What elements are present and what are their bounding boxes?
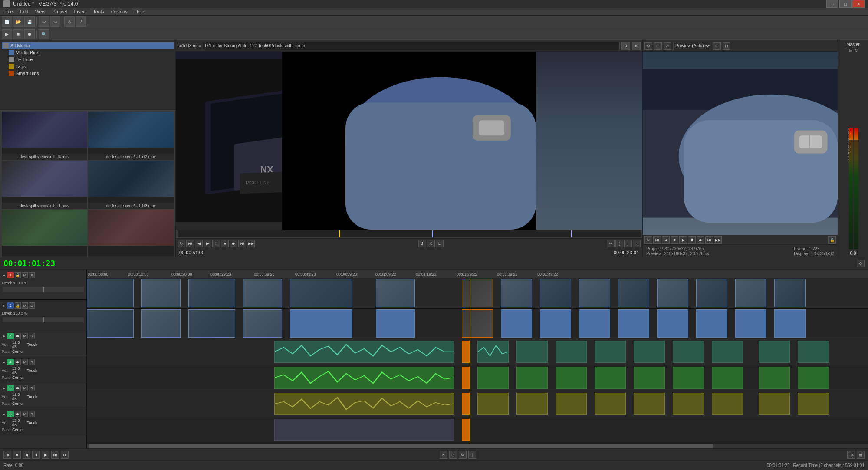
expand-icon-4[interactable]: ▶ [2, 360, 6, 364]
tl-clip-a3-4[interactable] [556, 341, 587, 363]
track2-fader[interactable] [3, 317, 84, 322]
right-lock-btn[interactable]: 🔒 [828, 236, 836, 244]
tl-clip-v2-9[interactable] [579, 309, 610, 338]
maximize-button[interactable]: □ [839, 0, 852, 8]
tl-clip-v2-14[interactable] [774, 309, 806, 338]
tl-clip-v1-playhead[interactable] [462, 279, 493, 307]
preview-path-input[interactable] [203, 42, 620, 50]
tl-clip-a4-2[interactable] [477, 367, 509, 389]
right-next-btn[interactable]: ⏭ [697, 236, 704, 244]
pause-btn[interactable]: ⏸ [212, 240, 220, 247]
right-stop-btn[interactable]: ■ [671, 236, 678, 244]
tl-clip-v1-11[interactable] [657, 279, 688, 307]
save-button[interactable]: 💾 [24, 16, 35, 27]
tl-clip-v2-12[interactable] [696, 309, 727, 338]
media-thumb-4[interactable]: desk spill scene/sc1d t3.mov [88, 161, 174, 209]
tl-clip-a4-1[interactable] [274, 367, 454, 389]
stop-button-toolbar[interactable]: ■ [13, 29, 23, 39]
track3-mute[interactable]: M [22, 333, 28, 339]
tree-tags[interactable]: Tags [2, 63, 174, 70]
help-button[interactable]: ? [76, 16, 86, 27]
tl-mark-btn[interactable]: | [468, 451, 476, 459]
jkl-j-btn[interactable]: J [418, 240, 426, 247]
timeline-scrollbar[interactable] [87, 443, 868, 448]
tl-loop-btn[interactable]: ↻ [459, 451, 467, 459]
new-button[interactable]: 📄 [2, 16, 12, 27]
track2-lock[interactable]: 🔒 [15, 302, 21, 309]
right-snap-btn[interactable]: ⊡ [654, 42, 662, 50]
menu-file[interactable]: File [2, 8, 16, 15]
tl-clip-v1-9[interactable] [579, 279, 610, 307]
tl-end-btn[interactable]: ⏭ [61, 451, 69, 459]
track3-touch[interactable]: Touch [27, 342, 37, 347]
right-end-btn[interactable]: ⏭ [705, 236, 713, 244]
tl-clip-a4-10[interactable] [798, 367, 829, 389]
track4-mute[interactable]: M [22, 359, 28, 365]
tl-play-back-btn[interactable]: ◀ [23, 451, 30, 459]
tl-clip-v1-4[interactable] [243, 279, 282, 307]
tl-clip-a5-4[interactable] [556, 393, 587, 415]
expand-icon-5[interactable]: ▶ [2, 386, 6, 390]
tl-clip-v2-1[interactable] [87, 309, 134, 338]
loop-btn[interactable]: ↻ [178, 240, 185, 247]
track6-mute[interactable]: M [22, 411, 28, 417]
expand-icon-6[interactable]: ▶ [2, 412, 6, 416]
tl-clip-v1-1[interactable] [87, 279, 134, 307]
preview-timebar[interactable] [178, 230, 641, 237]
expand-icon-2[interactable]: ▶ [2, 303, 6, 308]
open-button[interactable]: 📂 [13, 16, 23, 27]
redo-button[interactable]: ↪ [50, 16, 60, 27]
track4-touch[interactable]: Touch [27, 368, 37, 373]
track4-rec[interactable]: ⏺ [15, 359, 21, 365]
tl-clip-a3-7[interactable] [673, 341, 704, 363]
tl-clip-a5-10[interactable] [798, 393, 829, 415]
menu-options[interactable]: Options [108, 8, 131, 15]
tl-clip-v1-12[interactable] [696, 279, 727, 307]
tree-all-media[interactable]: All Media [2, 42, 174, 49]
track5-mute[interactable]: M [22, 385, 28, 391]
track1-lock[interactable]: 🔒 [15, 272, 21, 278]
track6-rec[interactable]: ⏺ [15, 411, 21, 417]
right-preview-btn3[interactable]: ⊟ [723, 42, 730, 50]
tl-clip-v1-10[interactable] [618, 279, 649, 307]
tree-by-type[interactable]: By Type [2, 56, 174, 63]
right-play-back-btn[interactable]: ◀ [662, 236, 670, 244]
track6-solo[interactable]: S [29, 411, 35, 417]
tree-media-bins[interactable]: Media Bins [2, 49, 174, 56]
track5-solo[interactable]: S [29, 385, 35, 391]
preview-close-btn[interactable]: ✕ [632, 42, 641, 50]
tl-mix-btn[interactable]: ⊞ [857, 451, 865, 459]
tl-clip-v1-14[interactable] [774, 279, 806, 307]
menu-edit[interactable]: Edit [16, 8, 32, 15]
tl-clip-a3-2[interactable] [477, 341, 509, 363]
tl-clip-a6-marker[interactable] [462, 419, 470, 441]
tl-snap-btn2[interactable]: ⊡ [449, 451, 457, 459]
tl-edit-btn[interactable]: ✂ [440, 451, 447, 459]
tl-clip-a4-marker[interactable] [462, 367, 470, 389]
tl-clip-a6-1[interactable] [274, 419, 454, 441]
close-button[interactable]: ✕ [852, 0, 865, 8]
stop-btn[interactable]: ■ [221, 240, 229, 247]
tl-clip-a5-8[interactable] [712, 393, 743, 415]
tl-clip-a5-2[interactable] [477, 393, 509, 415]
mark-out-btn[interactable]: ] [624, 240, 632, 247]
right-preview-btn2[interactable]: ⊞ [713, 42, 721, 50]
select-tool[interactable]: ⊹ [64, 16, 75, 27]
tl-clip-a3-3[interactable] [516, 341, 548, 363]
track6-touch[interactable]: Touch [27, 421, 37, 425]
tl-clip-v1-8[interactable] [540, 279, 571, 307]
tl-clip-v2-8[interactable] [540, 309, 571, 338]
playhead[interactable] [470, 278, 470, 443]
tl-clip-a5-3[interactable] [516, 393, 548, 415]
media-thumb-2[interactable]: desk spill scene/sc1b t2.mov [88, 112, 174, 160]
track1-solo[interactable]: S [29, 272, 35, 278]
right-play-btn[interactable]: ▶ [679, 236, 687, 244]
tl-clip-v2-5[interactable] [290, 309, 352, 338]
menu-tools[interactable]: Tools [89, 8, 108, 15]
tl-clip-a4-3[interactable] [516, 367, 548, 389]
tl-clip-v2-6[interactable] [376, 309, 415, 338]
tl-clip-a5-1[interactable] [274, 393, 454, 415]
play-all-btn[interactable]: ▶▶ [247, 240, 255, 247]
tl-clip-v2-3[interactable] [188, 309, 235, 338]
tl-clip-v2-2[interactable] [141, 309, 181, 338]
